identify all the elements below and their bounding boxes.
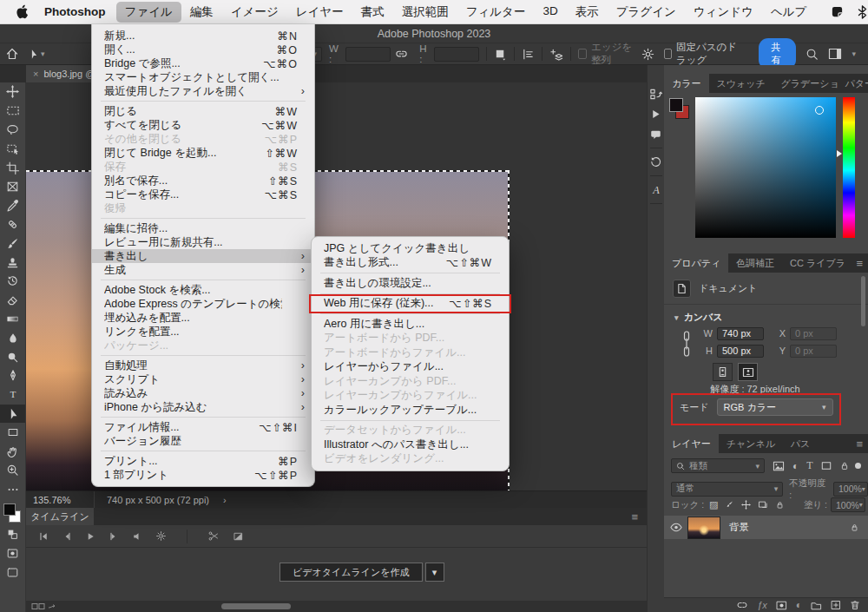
menu-item[interactable]: 保存 ⌘S	[92, 160, 314, 174]
blend-mode-select[interactable]: 通常 ▾	[671, 482, 783, 497]
timeline-menu-icon[interactable]: ≡	[631, 510, 638, 523]
menu-item[interactable]: 埋め込みを配置...	[92, 311, 314, 325]
actions-panel-icon[interactable]	[650, 104, 661, 124]
brush-tool[interactable]	[0, 234, 25, 253]
current-tool-icon[interactable]: ▾	[28, 48, 45, 60]
menu-item[interactable]: 新規... ⌘N	[92, 29, 314, 43]
menu-item[interactable]: 閉じて Bridge を起動... ⇧⌘W	[92, 146, 314, 160]
menu-item[interactable]: 読み込み ›	[92, 386, 314, 400]
menu-item[interactable]: iPhone から読み込む ›	[92, 400, 314, 414]
link-wh-icon[interactable]	[681, 328, 692, 359]
first-frame-icon[interactable]	[38, 531, 49, 542]
panel-tab[interactable]: パス	[783, 434, 819, 453]
menubar-menu[interactable]: イメージ	[222, 2, 287, 23]
menu-item[interactable]: レビュー用に新規共有...	[92, 235, 314, 249]
clone-stamp-tool[interactable]	[0, 253, 25, 272]
portrait-orientation-button[interactable]	[713, 363, 733, 381]
saturation-brightness-field[interactable]	[695, 97, 836, 238]
canvas-section-header[interactable]: ▾ カンバス	[674, 311, 723, 324]
properties-panel-menu-icon[interactable]: ≡	[856, 257, 863, 270]
menu-item[interactable]: レイヤーカンプからファイル...	[312, 389, 509, 404]
quick-mask-icon[interactable]	[0, 543, 25, 563]
path-operations-button[interactable]	[494, 48, 507, 61]
app-icon[interactable]	[831, 5, 844, 18]
pen-tool[interactable]	[0, 366, 25, 385]
link-layers-icon[interactable]	[736, 601, 748, 609]
adjustment-layer-icon[interactable]: ◐	[796, 599, 802, 611]
panel-tab[interactable]: グラデーション	[773, 74, 838, 93]
layer-effects-icon[interactable]: ƒx	[757, 600, 767, 610]
menubar-menu[interactable]: ヘルプ	[762, 2, 815, 23]
menu-item[interactable]: 最近使用したファイルを開く ›	[92, 84, 314, 98]
properties-scrollbar-thumb[interactable]	[861, 276, 865, 326]
panel-tab[interactable]: チャンネル	[719, 434, 783, 453]
menu-item[interactable]: 開く... ⌘O	[92, 43, 314, 56]
layer-thumbnail[interactable]	[687, 517, 720, 539]
menu-item[interactable]: パッケージ...	[92, 339, 314, 352]
menubar-menu[interactable]: ウィンドウ	[685, 2, 762, 23]
workspace-icon[interactable]	[828, 48, 842, 60]
menu-item[interactable]: 別名で保存... ⇧⌘S	[92, 174, 314, 188]
menu-item[interactable]: 1 部プリント ⌥⇧⌘P	[92, 468, 314, 482]
split-scissors-icon[interactable]	[207, 530, 220, 542]
search-icon[interactable]	[806, 48, 819, 61]
move-tool[interactable]	[0, 82, 25, 102]
dodge-tool[interactable]	[0, 347, 25, 366]
apple-logo-icon[interactable]	[16, 4, 29, 19]
menu-item[interactable]: Illustrator へのパス書き出し...	[312, 438, 509, 452]
menu-item[interactable]: スマートオブジェクトとして開く...	[92, 70, 314, 84]
opacity-field[interactable]: 100% ▾	[833, 482, 868, 497]
create-video-timeline-button[interactable]: ビデオタイムラインを作成	[279, 563, 423, 582]
menu-item[interactable]: レイヤーからファイル...	[312, 360, 509, 375]
menu-item[interactable]: アートボードからファイル...	[312, 345, 509, 360]
glyphs-panel-icon[interactable]: A	[650, 180, 662, 200]
menubar-menu[interactable]: 表示	[567, 2, 608, 23]
gear-icon[interactable]	[641, 48, 654, 61]
menubar-menu[interactable]: 書式	[352, 2, 393, 23]
timeline-settings-gear-icon[interactable]	[155, 530, 167, 542]
canvas-x-field[interactable]: 0 px	[790, 327, 837, 340]
menu-item[interactable]: Bridge で参照... ⌥⌘O	[92, 56, 314, 70]
canvas-width-field[interactable]: 740 px	[717, 327, 764, 340]
filter-type-icon[interactable]: T	[806, 459, 812, 472]
zoom-tool[interactable]	[0, 461, 25, 480]
play-icon[interactable]	[85, 531, 95, 542]
menu-item[interactable]: コピーを保存... ⌥⌘S	[92, 188, 314, 201]
home-icon[interactable]	[5, 47, 19, 61]
lock-transparency-icon[interactable]: ▨	[709, 499, 718, 510]
filter-shape-icon[interactable]	[821, 461, 832, 471]
status-chevron-icon[interactable]: ›	[223, 495, 227, 505]
workspace-chevron-icon[interactable]: ▾	[852, 49, 856, 58]
screen-mode-icon[interactable]	[0, 563, 25, 582]
menu-item[interactable]: データセットからファイル...	[312, 424, 509, 438]
menubar-menu[interactable]: 3D	[534, 2, 566, 23]
menu-item[interactable]: バージョン履歴	[92, 434, 314, 448]
rectangular-marquee-tool[interactable]	[0, 102, 25, 121]
panel-tab[interactable]: レイヤー	[664, 434, 719, 453]
menu-item[interactable]: Web 用に保存 (従来)... ⌥⇧⌘S	[312, 297, 509, 312]
filter-adjustment-icon[interactable]: ◐	[792, 460, 799, 472]
layer-filter-select[interactable]: 種類 ▾	[671, 458, 765, 473]
menu-item[interactable]: JPG としてクイック書き出し	[312, 241, 509, 256]
menubar-app-name[interactable]: Photoshop	[37, 5, 113, 18]
canvas-height-field[interactable]: 500 px	[717, 345, 764, 358]
eyedropper-tool[interactable]	[0, 196, 25, 215]
panel-tab[interactable]: カラー	[664, 74, 709, 93]
menu-item[interactable]: カラールックアップテーブル...	[312, 403, 509, 418]
next-frame-icon[interactable]	[108, 531, 119, 542]
menu-item[interactable]: Aero 用に書き出し...	[312, 317, 509, 332]
history-panel-icon[interactable]	[649, 152, 662, 172]
comments-panel-icon[interactable]	[649, 124, 662, 144]
object-selection-tool[interactable]	[0, 139, 25, 158]
panel-tab[interactable]: 色調補正	[728, 253, 782, 273]
default-swatches-icon[interactable]	[0, 525, 25, 544]
path-alignment-button[interactable]	[522, 48, 535, 61]
menu-item[interactable]: その他を閉じる ⌥⌘P	[92, 132, 314, 146]
more-tools-icon[interactable]	[0, 480, 25, 499]
hand-tool[interactable]	[0, 442, 25, 461]
new-layer-icon[interactable]	[831, 600, 841, 610]
layers-panel-menu-icon[interactable]: ≡	[856, 438, 863, 451]
lock-artboard-icon[interactable]	[758, 500, 768, 510]
panel-tab[interactable]: CC ライブラリ	[782, 253, 846, 273]
timeline-scrollbar-thumb[interactable]	[221, 603, 291, 609]
